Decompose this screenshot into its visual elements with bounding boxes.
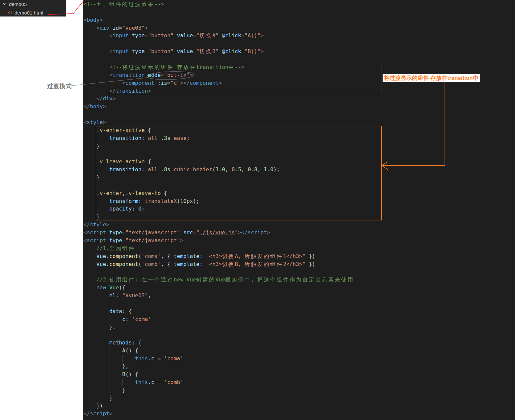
code-line-51[interactable]: } — [84, 394, 113, 402]
code-line-1[interactable]: <!--五、组件的过渡效果--> — [84, 0, 164, 8]
explorer-folder-demo05[interactable]: demo05 — [0, 0, 66, 8]
code-line-7[interactable]: <input type="button" value="切换B" @click=… — [84, 48, 264, 55]
code-line-3[interactable]: <body> — [84, 16, 103, 24]
code-line-13[interactable]: </div> — [84, 95, 116, 103]
code-line-49[interactable]: this.c = 'comb' — [84, 378, 183, 386]
indent-guide — [84, 24, 84, 102]
code-line-29[interactable]: </style> — [84, 221, 109, 229]
indent-guide — [84, 126, 84, 220]
vscode-screenshot: { "explorer": { "folder_label": "demo05"… — [0, 0, 515, 420]
code-line-40[interactable]: data: { — [84, 307, 132, 315]
annotation-transition-note: 将过渡显示的组件 存放在transition中 — [383, 74, 480, 82]
code-line-32[interactable]: //1.全局组件 — [84, 244, 135, 252]
code-line-46[interactable]: this.c = 'coma' — [84, 355, 183, 363]
code-line-44[interactable]: methods: { — [84, 339, 141, 347]
code-line-5[interactable]: <input type="button" value="切换A" @click=… — [84, 32, 264, 40]
code-line-41[interactable]: c: 'coma' — [84, 315, 151, 323]
indent-guide — [97, 292, 97, 402]
annotation-box-transition — [109, 63, 382, 95]
code-line-50[interactable]: } — [84, 386, 125, 394]
code-line-38[interactable]: el: "#vue03", — [84, 292, 151, 300]
code-line-47[interactable]: }, — [84, 363, 128, 371]
indent-guide — [97, 32, 97, 95]
explorer-panel: demo05 demo01.html — [0, 0, 66, 16]
code-line-34[interactable]: Vue.component('comb', { template: "<h3>切… — [84, 260, 315, 268]
annotation-box-style — [96, 126, 382, 220]
code-line-36[interactable]: //2.使用组件: 在一个通过new Vue创建的Vue根实例中, 把这个组件作… — [84, 276, 354, 284]
code-line-30[interactable]: <script type="text/javascript" src="./js… — [84, 229, 270, 237]
indent-guide — [122, 378, 123, 386]
code-line-16[interactable]: <style> — [84, 118, 106, 126]
code-line-53[interactable]: </script> — [84, 410, 113, 418]
indent-guide — [110, 315, 110, 323]
explorer-folder-label: demo05 — [9, 1, 27, 7]
code-line-45[interactable]: A() { — [84, 347, 138, 355]
code-line-37[interactable]: new Vue({ — [84, 284, 125, 292]
code-line-31[interactable]: <script type="text/javascript"> — [84, 237, 183, 244]
indent-guide — [110, 347, 110, 394]
html-file-icon — [8, 10, 13, 15]
code-line-14[interactable]: </body> — [84, 103, 106, 111]
annotation-mode-label: 过渡模式 — [47, 83, 72, 89]
chevron-down-icon[interactable] — [2, 1, 7, 7]
code-line-42[interactable]: }, — [84, 323, 116, 331]
code-line-52[interactable]: }) — [84, 402, 103, 410]
code-line-48[interactable]: B() { — [84, 371, 138, 378]
code-line-4[interactable]: <div id="vue03"> — [84, 24, 148, 32]
explorer-file-demo01[interactable]: demo01.html — [0, 9, 66, 16]
indent-guide — [84, 244, 84, 410]
code-line-33[interactable]: Vue.component('coma', { template: "<h3>切… — [84, 252, 315, 260]
explorer-file-label: demo01.html — [15, 10, 43, 16]
indent-guide — [122, 355, 123, 363]
